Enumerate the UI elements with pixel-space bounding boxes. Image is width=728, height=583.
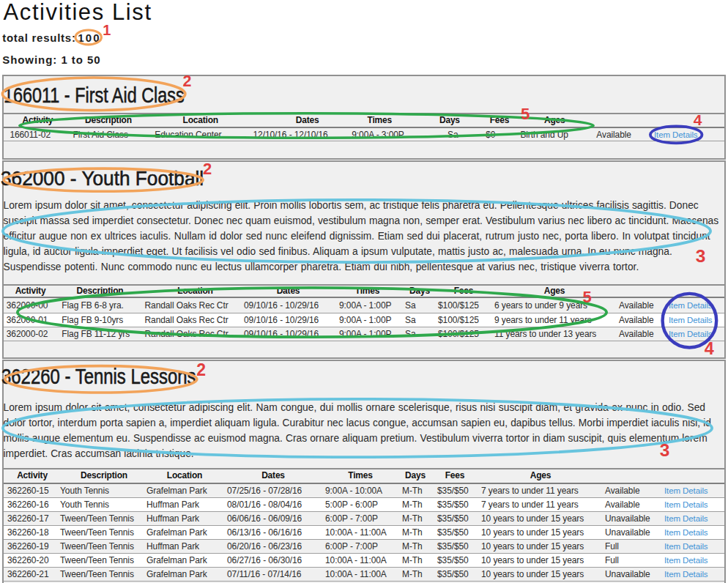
- svg-text:1: 1: [103, 22, 111, 38]
